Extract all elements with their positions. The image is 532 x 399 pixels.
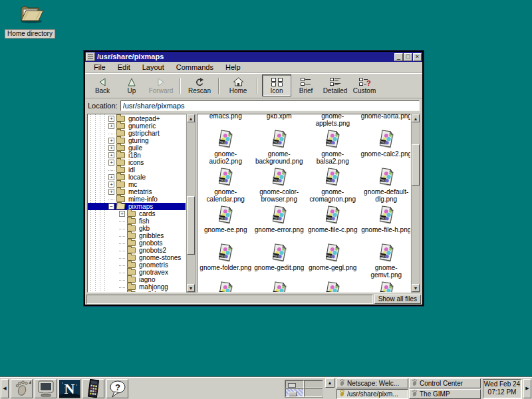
expand-plus-icon[interactable]: + — [108, 160, 114, 166]
expand-plus-icon[interactable]: + — [108, 152, 114, 158]
clock-applet[interactable]: Wed Feb 24 07:12 PM — [483, 379, 521, 398]
tree-item-iagno[interactable]: iagno — [88, 276, 186, 283]
tree-item-gstripchart[interactable]: gstripchart — [88, 130, 186, 137]
icon-scrollbar-thumb[interactable] — [412, 144, 420, 185]
file-unnamed[interactable]: PNG — [199, 281, 253, 293]
file-unnamed[interactable]: PNG — [360, 281, 412, 293]
file-gnome-applets.png[interactable]: PNG gnome-applets.png — [306, 114, 360, 129]
maximize-button[interactable]: □ — [404, 53, 412, 61]
file-gnome-file-c.png[interactable]: PNG gnome-file-c.png — [306, 205, 360, 243]
tree-item-guile[interactable]: +guile — [88, 144, 186, 152]
task-button-netscape-welc-[interactable]: Netscape: Welc... — [336, 378, 408, 388]
file-emacs.png[interactable]: PNG emacs.png — [199, 114, 253, 129]
scroll-down-icon[interactable]: ▼ — [412, 284, 420, 292]
tree-item-gnobots[interactable]: gnobots — [88, 239, 186, 247]
file-gnome-balsa2.png[interactable]: PNG gnome-balsa2.png — [306, 129, 360, 167]
expand-plus-icon[interactable]: + — [108, 145, 114, 151]
file-gnome-default-dlg.png[interactable]: PNG gnome-default-dlg.png — [360, 167, 412, 205]
file-gnome-ee.png[interactable]: PNG gnome-ee.png — [199, 205, 253, 243]
panel-hide-left-button[interactable]: ◀ — [1, 379, 9, 398]
tree-item-mime-info[interactable]: mime-info — [88, 196, 186, 203]
menu-layout[interactable]: Layout — [136, 62, 170, 72]
menu-edit[interactable]: Edit — [112, 62, 136, 72]
toolbar-detailed-button[interactable]: Detailed — [321, 74, 350, 96]
file-unnamed[interactable]: PNG — [253, 281, 307, 293]
pager-desktop-4[interactable] — [304, 388, 323, 397]
tree-item-gnotravex[interactable]: gnotravex — [88, 269, 186, 276]
gnome-main-menu-button[interactable] — [11, 379, 33, 398]
expand-plus-icon[interactable]: + — [108, 174, 114, 180]
tree-item-cards[interactable]: +cards — [88, 210, 186, 217]
show-all-files-button[interactable]: Show all files — [374, 295, 421, 304]
panel-hide-right-button[interactable]: ▶ — [523, 379, 531, 398]
tree-item-gnumeric[interactable]: +gnumeric — [88, 122, 186, 130]
scroll-up-icon[interactable]: ▲ — [187, 114, 195, 122]
help-launcher[interactable]: ? — [106, 379, 128, 398]
tree-item-gnotepad+[interactable]: +gnotepad+ — [88, 115, 186, 122]
netscape-launcher[interactable]: N — [59, 379, 80, 398]
tree-item-metatris[interactable]: +metatris — [88, 188, 186, 196]
menu-help[interactable]: Help — [219, 62, 247, 72]
file-gnome-aorta.png[interactable]: PNG gnome-aorta.png — [360, 114, 412, 129]
file-icon-view[interactable]: PNG emacs.png PNG gkb.xpm PNG g — [197, 114, 411, 293]
tree-item-mahjongg[interactable]: mahjongg — [88, 283, 186, 291]
task-button-the-gimp[interactable]: The GIMP — [409, 389, 481, 399]
file-gnome-calc2.png[interactable]: PNG gnome-calc2.png — [360, 129, 412, 167]
calculator-launcher[interactable] — [82, 379, 104, 398]
collapse-minus-icon[interactable]: − — [108, 203, 114, 209]
scroll-down-icon[interactable]: ▼ — [187, 284, 195, 292]
tree-item-gnibbles[interactable]: gnibbles — [88, 232, 186, 239]
file-gnome-gemvt.png[interactable]: PNG gnome-gemvt.png — [360, 243, 412, 281]
minimize-button[interactable]: _ — [394, 53, 403, 61]
file-unnamed[interactable]: PNG — [306, 281, 360, 293]
menu-commands[interactable]: Commands — [170, 62, 219, 72]
tasklist-popup-button[interactable]: ▲ — [325, 378, 334, 388]
scroll-up-icon[interactable]: ▲ — [412, 114, 420, 122]
titlebar[interactable]: /usr/share/pixmaps _ □ × — [85, 52, 422, 62]
task-button-control-center[interactable]: Control Center — [409, 378, 481, 388]
tree-item-gnobots2[interactable]: gnobots2 — [88, 247, 186, 254]
file-gnome-calendar.png[interactable]: PNG gnome-calendar.png — [199, 167, 253, 205]
tree-item-gturing[interactable]: +gturing — [88, 137, 186, 144]
tree-item-fish[interactable]: fish — [88, 217, 186, 225]
toolbar-forward-button[interactable]: Forward — [146, 74, 176, 96]
toolbar-rescan-button[interactable]: Rescan — [185, 74, 214, 96]
toolbar-custom-button[interactable]: ?Custom — [350, 74, 379, 96]
tree-item-i18n[interactable]: +i18n — [88, 152, 186, 159]
file-gnome-audio2.png[interactable]: PNG gnome-audio2.png — [199, 129, 253, 167]
file-gnome-file-h.png[interactable]: PNG gnome-file-h.png — [360, 205, 412, 243]
location-input[interactable] — [120, 100, 420, 111]
expand-plus-icon[interactable]: + — [108, 182, 114, 188]
desktop-icon-home-directory[interactable]: Home directory — [4, 3, 56, 39]
toolbar-back-button[interactable]: Back — [88, 74, 117, 96]
file-gnome-gegl.png[interactable]: PNG gnome-gegl.png — [306, 243, 360, 281]
window-menu-button[interactable] — [86, 53, 95, 61]
pager-desktop-1[interactable] — [285, 380, 304, 389]
toolbar-icon-button[interactable]: Icon — [262, 74, 291, 96]
tree-item-mc[interactable]: +mc — [88, 181, 186, 188]
terminal-launcher[interactable] — [35, 379, 57, 398]
pager-desktop-2[interactable] — [304, 380, 323, 389]
icon-panel-scrollbar[interactable]: ▲ ▼ — [411, 114, 420, 293]
task-button--usr-share-pixm-[interactable]: /usr/share/pixm... — [336, 389, 408, 399]
tree-item-pixmaps[interactable]: −pixmaps — [88, 203, 186, 210]
toolbar-brief-button[interactable]: Brief — [291, 74, 321, 96]
tree-item-gnometris[interactable]: gnometris — [88, 261, 186, 269]
tree-scrollbar-thumb[interactable] — [187, 196, 195, 255]
file-gnome-cromagnon.png[interactable]: PNG gnome-cromagnon.png — [306, 167, 360, 205]
file-gkb.xpm[interactable]: PNG gkb.xpm — [253, 114, 307, 129]
toolbar-up-button[interactable]: Up — [117, 74, 146, 96]
expand-plus-icon[interactable]: + — [108, 138, 114, 144]
menu-file[interactable]: File — [88, 62, 112, 72]
file-gnome-folder.png[interactable]: PNG gnome-folder.png — [199, 243, 253, 281]
tree-item-gkb[interactable]: gkb — [88, 225, 186, 232]
file-gnome-background.png[interactable]: PNG gnome-background.png — [253, 129, 307, 167]
tree-item-gnome-stones[interactable]: gnome-stones — [88, 254, 186, 261]
tree-item-locale[interactable]: +locale — [88, 174, 186, 181]
pager-desktop-3-active[interactable] — [285, 388, 304, 397]
tree-item-idl[interactable]: idl — [88, 166, 186, 174]
file-gnome-gedit.png[interactable]: PNG gnome-gedit.png — [253, 243, 307, 281]
close-button[interactable]: × — [413, 53, 422, 61]
tree-item-icons[interactable]: +icons — [88, 159, 186, 166]
tree-item-mailcheck[interactable]: mailcheck — [88, 291, 186, 293]
